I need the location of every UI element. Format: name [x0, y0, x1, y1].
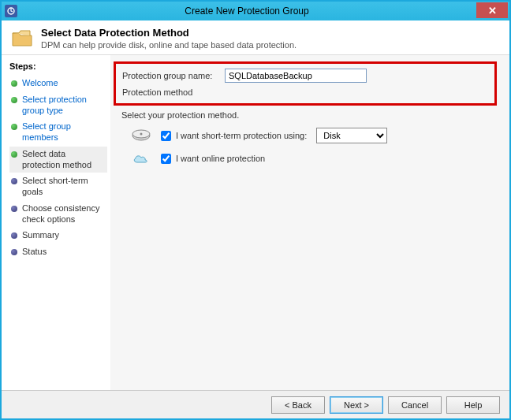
step-bullet-icon: [11, 124, 17, 130]
step-label: Status: [22, 247, 47, 258]
wizard-steps-sidebar: Steps: WelcomeSelect protection group ty…: [2, 55, 110, 390]
wizard-step: Select short-term goals: [9, 173, 107, 200]
online-row: I want online protection: [131, 151, 503, 165]
step-bullet-icon: [11, 206, 17, 212]
wizard-step: Choose consistency check options: [9, 201, 107, 228]
step-bullet-icon: [11, 80, 17, 87]
titlebar: Create New Protection Group ✕: [2, 2, 509, 20]
step-label: Summary: [22, 230, 59, 241]
wizard-step: Status: [9, 244, 107, 260]
short-term-row: I want short-term protection using: Disk: [131, 128, 503, 143]
cloud-icon: [131, 151, 151, 165]
protection-method-label: Protection method: [122, 87, 488, 97]
next-button[interactable]: Next >: [330, 396, 383, 414]
step-bullet-icon: [11, 178, 17, 184]
short-term-label-text: I want short-term protection using:: [176, 131, 307, 140]
short-term-select[interactable]: Disk: [316, 128, 387, 143]
svg-point-3: [140, 133, 143, 136]
instruction-text: Select your protection method.: [121, 110, 503, 120]
page-title: Select Data Protection Method: [41, 27, 297, 39]
step-bullet-icon: [11, 151, 17, 158]
online-checkbox[interactable]: [161, 154, 171, 164]
step-label: Choose consistency check options: [22, 203, 106, 225]
page-subtitle: DPM can help provide disk, online and ta…: [41, 40, 297, 50]
online-label-text: I want online protection: [176, 154, 265, 163]
short-term-checkbox[interactable]: [161, 131, 171, 141]
step-label: Select data protection method: [22, 149, 106, 171]
wizard-step: Select data protection method: [9, 147, 107, 173]
step-label: Welcome: [22, 78, 58, 89]
wizard-footer: < Back Next > Cancel Help: [2, 390, 509, 418]
wizard-step[interactable]: Select protection group type: [9, 92, 107, 119]
wizard-step[interactable]: Select group members: [9, 119, 107, 146]
step-bullet-icon: [11, 97, 17, 103]
wizard-main-panel: Protection group name: Protection method…: [110, 55, 509, 390]
folder-icon: [11, 28, 33, 47]
group-name-label: Protection group name:: [122, 71, 225, 80]
wizard-step[interactable]: Welcome: [9, 76, 107, 91]
step-label: Select protection group type: [22, 95, 106, 117]
short-term-checkbox-label[interactable]: I want short-term protection using:: [161, 131, 307, 141]
close-button[interactable]: ✕: [476, 2, 508, 18]
step-label: Select group members: [22, 121, 106, 143]
window-title: Create New Protection Group: [17, 6, 476, 17]
app-icon: [5, 5, 17, 17]
disk-icon: [131, 128, 151, 143]
group-name-input[interactable]: [225, 69, 367, 83]
step-bullet-icon: [11, 232, 17, 239]
highlighted-region: Protection group name: Protection method: [114, 61, 497, 106]
wizard-header: Select Data Protection Method DPM can he…: [2, 20, 509, 55]
step-bullet-icon: [11, 249, 17, 255]
wizard-step: Summary: [9, 228, 107, 243]
steps-title: Steps:: [9, 61, 107, 71]
help-button[interactable]: Help: [446, 396, 500, 414]
cancel-button[interactable]: Cancel: [388, 396, 442, 414]
step-label: Select short-term goals: [22, 176, 106, 198]
online-checkbox-label[interactable]: I want online protection: [161, 154, 265, 164]
back-button[interactable]: < Back: [271, 396, 325, 414]
